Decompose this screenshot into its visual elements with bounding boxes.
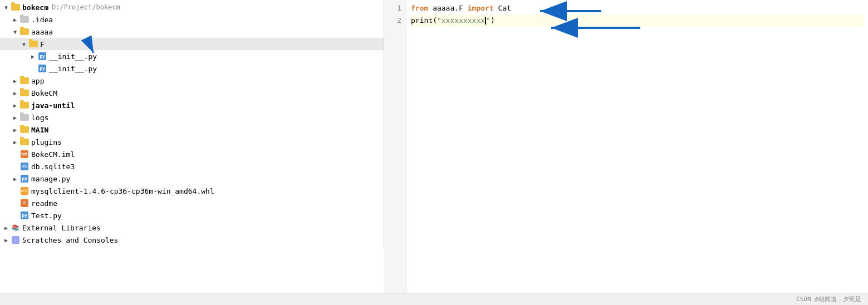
whl-file-icon: whl — [20, 187, 29, 195]
id-aaaaa-F: aaaaa.F — [428, 2, 467, 14]
watermark-text: CSDN @朝闻道，夕死足 — [796, 295, 861, 303]
tree-label-init-file: __init__.py — [49, 65, 97, 73]
code-editor[interactable]: 1 2 from aaaaa.F import Cat print ( "xxx… — [384, 0, 868, 293]
tree-item-Test-py[interactable]: ▶ py Test.py — [0, 209, 384, 222]
tree-item-BokeCM-iml[interactable]: ▶ iml BokeCM.iml — [0, 148, 384, 160]
tree-label-aaaaa: aaaaa — [31, 28, 53, 36]
tree-item-java-until[interactable]: ▶ java-until — [0, 99, 384, 111]
tree-label-readme: readme — [31, 199, 57, 208]
py-file-icon-init: py — [38, 65, 47, 72]
db-file-icon: db — [20, 163, 29, 170]
file-tree[interactable]: ▼ bokecm D:/Project/bokecm ▶ .idea ▼ — [0, 0, 384, 247]
tree-item-plugins[interactable]: ▶ plugins — [0, 136, 384, 148]
tree-item-init-dir[interactable]: ▶ py __init__.py — [0, 50, 384, 62]
tree-label-scratches: Scratches and Consoles — [22, 236, 118, 244]
punc-close: ) — [491, 14, 495, 27]
tree-label-ext-libs: External Libraries — [22, 224, 101, 232]
tree-item-F[interactable]: ▼ F — [0, 38, 384, 50]
tree-item-idea[interactable]: ▶ .idea — [0, 13, 384, 26]
folder-icon-BokeCM — [20, 89, 29, 97]
str-close-quote: " — [486, 14, 491, 27]
tree-item-init-file[interactable]: ▶ py __init__.py — [0, 62, 384, 75]
expand-icon-scratches: ▶ — [2, 236, 10, 244]
expand-icon-init-dir: ▶ — [29, 52, 37, 60]
tree-item-manage-py[interactable]: ▶ py manage.py — [0, 173, 384, 185]
tree-item-BokeCM[interactable]: ▶ BokeCM — [0, 87, 384, 99]
readme-file-icon: R — [20, 199, 29, 207]
code-line-1: from aaaaa.F import Cat — [411, 2, 864, 14]
id-Cat: Cat — [494, 2, 511, 14]
tree-label-BokeCM: BokeCM — [31, 89, 57, 97]
py-file-icon-manage: py — [20, 175, 29, 183]
expand-icon-manage: ▶ — [11, 175, 19, 183]
tree-item-scratches[interactable]: ▶ ✏ Scratches and Consoles — [0, 234, 384, 246]
folder-icon-idea — [20, 16, 29, 23]
tree-item-db-sqlite3[interactable]: ▶ db db.sqlite3 — [0, 160, 384, 173]
expand-icon-bokecm: ▼ — [2, 3, 10, 11]
keyword-import: import — [468, 2, 494, 14]
tree-label-init-dir: __init__.py — [49, 52, 97, 61]
folder-icon-aaaaa — [20, 28, 29, 36]
scratches-icon: ✏ — [11, 236, 20, 244]
tree-label-plugins: plugins — [31, 138, 62, 146]
project-folder-icon — [11, 3, 20, 11]
py-file-icon-test: py — [20, 211, 29, 219]
folder-icon-app — [20, 77, 29, 85]
expand-icon-java-until: ▶ — [11, 101, 19, 109]
tree-label-F: F — [40, 40, 45, 48]
tree-item-logs[interactable]: ▶ logs — [0, 111, 384, 124]
tree-label-db-sqlite3: db.sqlite3 — [31, 163, 75, 171]
code-content[interactable]: from aaaaa.F import Cat print ( "xxxxxxx… — [406, 0, 868, 293]
iml-file-icon: iml — [20, 150, 29, 158]
tree-item-aaaaa[interactable]: ▼ aaaaa — [0, 26, 384, 38]
tree-label-java-until: java-until — [31, 101, 75, 110]
expand-icon-aaaaa: ▼ — [11, 28, 19, 36]
folder-icon-logs — [20, 114, 29, 121]
expand-icon-logs: ▶ — [11, 114, 19, 121]
tree-label-app: app — [31, 77, 44, 85]
tree-item-ext-libs[interactable]: ▶ 📚 External Libraries — [0, 222, 384, 234]
tree-label-MAIN: MAIN — [31, 126, 48, 134]
tree-item-bokecm[interactable]: ▼ bokecm D:/Project/bokecm — [0, 1, 384, 13]
tree-label-BokeCM-iml: BokeCM.iml — [31, 150, 75, 159]
ext-lib-icon: 📚 — [11, 224, 20, 232]
folder-icon-plugins — [20, 138, 29, 146]
folder-icon-F — [29, 40, 38, 48]
tree-label-idea: .idea — [31, 16, 53, 24]
tree-item-readme[interactable]: ▶ R readme — [0, 197, 384, 209]
tree-label-bokecm: bokecm — [22, 3, 48, 12]
tree-label-Test-py: Test.py — [31, 211, 62, 220]
tree-label-mysqlclient: mysqlclient-1.4.6-cp36-cp36m-win_amd64.w… — [31, 187, 214, 195]
bottom-bar: CSDN @朝闻道，夕死足 — [0, 293, 868, 305]
tree-path-bokecm: D:/Project/bokecm — [52, 3, 120, 11]
expand-icon-BokeCM: ▶ — [11, 89, 19, 97]
expand-icon-idea: ▶ — [11, 16, 19, 23]
tree-item-app[interactable]: ▶ app — [0, 75, 384, 87]
line-numbers: 1 2 — [384, 0, 406, 293]
tree-item-mysqlclient[interactable]: ▶ whl mysqlclient-1.4.6-cp36-cp36m-win_a… — [0, 185, 384, 197]
code-line-2: print ( "xxxxxxxxxx" ) — [411, 14, 864, 27]
tree-item-MAIN[interactable]: ▶ MAIN — [0, 124, 384, 136]
tree-label-logs: logs — [31, 114, 48, 122]
tree-label-manage-py: manage.py — [31, 175, 70, 183]
punc-open: ( — [433, 14, 437, 27]
expand-icon-MAIN: ▶ — [11, 126, 19, 134]
folder-icon-MAIN — [20, 126, 29, 134]
str-xxxxxxxxxx: "xxxxxxxxxx — [437, 14, 485, 27]
id-print: print — [411, 14, 433, 27]
python-package-icon: py — [38, 52, 47, 60]
keyword-from: from — [411, 2, 428, 14]
expand-icon-ext-libs: ▶ — [2, 224, 10, 232]
folder-icon-java-until — [20, 101, 29, 109]
expand-icon-F: ▼ — [20, 40, 28, 48]
expand-icon-plugins: ▶ — [11, 138, 19, 146]
expand-icon-app: ▶ — [11, 77, 19, 85]
